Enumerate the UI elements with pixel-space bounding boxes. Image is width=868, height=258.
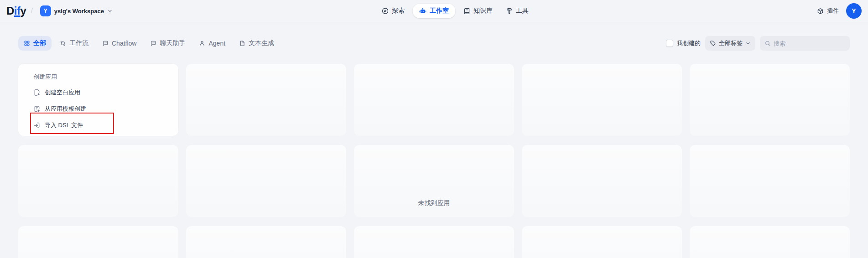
workspace-avatar: Y [40, 5, 51, 16]
compass-icon [381, 7, 389, 15]
logo-letter-y: y [21, 5, 26, 17]
tab-label: 文本生成 [249, 39, 274, 47]
book-icon [463, 7, 470, 15]
empty-state-message: 未找到应用 [0, 199, 868, 207]
tab-label: 全部 [33, 39, 46, 47]
create-from-template-button[interactable]: 从应用模板创建 [33, 104, 178, 114]
import-icon [33, 122, 41, 129]
tab-label: Chatflow [112, 40, 136, 47]
tab-text-generation[interactable]: 文本生成 [234, 36, 280, 51]
app-card-placeholder [354, 226, 514, 258]
chevron-down-icon [107, 8, 113, 14]
app-card-placeholder [522, 64, 682, 136]
tab-workflow[interactable]: 工作流 [54, 36, 94, 51]
tag-icon [710, 40, 716, 46]
workspace-selector[interactable]: Y yslg's Workspace [37, 4, 115, 18]
header-right: 插件 Y [817, 3, 862, 19]
create-item-label: 从应用模板创建 [45, 105, 86, 113]
tab-all[interactable]: 全部 [18, 36, 52, 51]
tag-filter-label: 全部标签 [719, 39, 743, 47]
main-nav: 探索 工作室 知识库 工具 [376, 4, 534, 18]
search-input[interactable] [774, 40, 845, 47]
created-by-me-label: 我创建的 [677, 39, 701, 47]
logo-letters-if: if [14, 5, 21, 17]
nav-item-explore[interactable]: 探索 [376, 4, 410, 18]
tab-label: 聊天助手 [160, 39, 185, 47]
nav-label: 工具 [516, 7, 529, 15]
nav-label: 工作室 [430, 7, 449, 15]
nav-label: 知识库 [473, 7, 493, 15]
hammer-icon [505, 7, 513, 15]
tab-chat-assistant[interactable]: 聊天助手 [145, 36, 191, 51]
app-toolbar: 全部 工作流 Chatflow 聊天助手 Agent 文本生成 我创建的 [18, 36, 850, 51]
app-card-placeholder [690, 226, 850, 258]
search-box [760, 36, 850, 51]
tag-filter-dropdown[interactable]: 全部标签 [705, 36, 755, 51]
dify-logo[interactable]: Dify [6, 5, 26, 17]
tab-agent[interactable]: Agent [193, 36, 231, 50]
tab-label: Agent [208, 40, 225, 47]
chat-bubble-icon [150, 40, 156, 46]
top-header: Dify / Y yslg's Workspace 探索 工作室 知识库 工具 … [0, 0, 868, 22]
plugins-button[interactable]: 插件 [817, 7, 839, 15]
tab-chatflow[interactable]: Chatflow [97, 36, 142, 50]
chevron-down-icon [745, 41, 751, 46]
create-app-card: 创建应用 创建空白应用 从应用模板创建 导入 DSL 文件 [18, 64, 178, 136]
app-type-tabs: 全部 工作流 Chatflow 聊天助手 Agent 文本生成 [18, 36, 280, 51]
create-item-label: 创建空白应用 [45, 88, 80, 97]
document-icon [239, 40, 245, 46]
app-card-placeholder [186, 226, 346, 258]
account-avatar[interactable]: Y [846, 3, 862, 19]
create-item-label: 导入 DSL 文件 [45, 121, 83, 129]
chat-bubble-icon [102, 40, 109, 46]
workspace-name: yslg's Workspace [54, 8, 104, 15]
robot-icon [419, 7, 426, 15]
create-app-title: 创建应用 [33, 73, 178, 81]
import-dsl-button[interactable]: 导入 DSL 文件 [33, 120, 178, 130]
tab-label: 工作流 [69, 39, 88, 47]
app-card-placeholder [522, 226, 682, 258]
logo-letter-d: D [6, 5, 14, 17]
app-card-placeholder [18, 226, 178, 258]
grid-icon [24, 40, 30, 46]
plugins-label: 插件 [827, 7, 839, 15]
app-card-placeholder [186, 64, 346, 136]
nav-label: 探索 [392, 7, 405, 15]
agent-icon [199, 40, 205, 46]
file-template-plus-icon [33, 105, 41, 113]
create-blank-app-button[interactable]: 创建空白应用 [33, 88, 178, 98]
created-by-me-checkbox[interactable] [666, 40, 673, 47]
nav-item-tools[interactable]: 工具 [500, 4, 534, 18]
nav-item-knowledge[interactable]: 知识库 [458, 4, 498, 18]
app-card-placeholder [354, 64, 514, 136]
app-grid: 创建应用 创建空白应用 从应用模板创建 导入 DSL 文件 [18, 64, 850, 258]
breadcrumb-separator: / [31, 7, 32, 15]
nav-item-studio[interactable]: 工作室 [412, 4, 455, 18]
created-by-me-filter[interactable]: 我创建的 [666, 39, 701, 47]
search-icon [764, 40, 771, 46]
filter-controls: 我创建的 全部标签 [666, 36, 850, 51]
app-card-placeholder [690, 64, 850, 136]
cube-icon [817, 8, 824, 15]
workflow-icon [60, 40, 66, 46]
file-plus-icon [33, 89, 41, 96]
